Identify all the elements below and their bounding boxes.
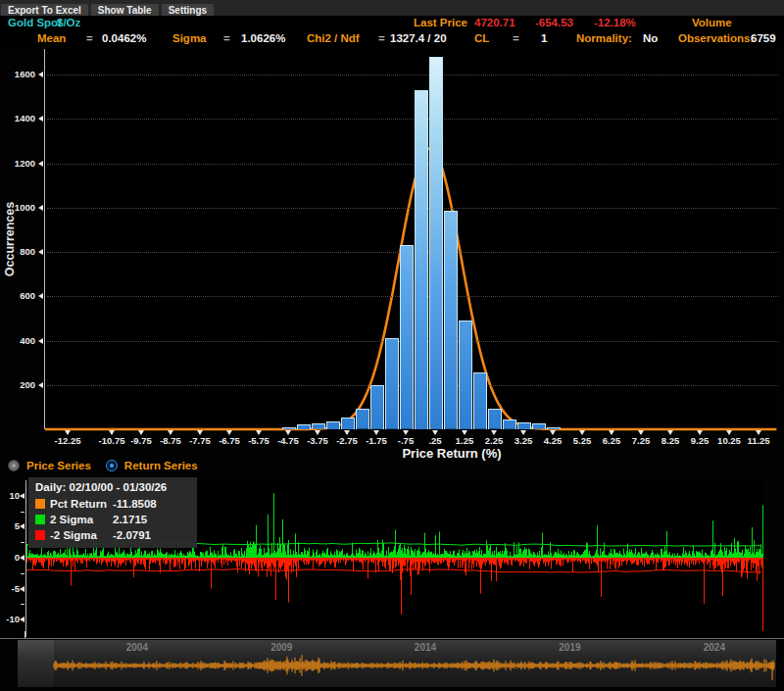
legend-value: 2.1715	[113, 514, 147, 525]
legend-swatch	[35, 530, 45, 540]
return-y-tick-label: -5	[2, 583, 20, 594]
y-tick-mark	[38, 382, 43, 388]
y-tick-label: 200	[2, 379, 35, 390]
header-row: Gold Spot $/Oz Last Price 4720.71 -654.5…	[0, 16, 784, 31]
x-axis-title: Price Return (%)	[385, 446, 518, 461]
return-y-tick-mark	[20, 586, 24, 592]
return-y-minor-tick	[21, 573, 24, 574]
y-tick-mark	[38, 338, 43, 344]
histogram-bar	[459, 321, 472, 429]
legend-swatch	[35, 515, 45, 524]
y-tick-mark	[38, 161, 43, 167]
y-tick-label: 400	[2, 335, 35, 346]
stat-equals: =	[86, 32, 93, 44]
y-tick-label: 1400	[2, 113, 35, 123]
histogram-bar	[385, 338, 399, 429]
return-y-minor-tick	[21, 512, 24, 513]
return-y-tick-mark	[20, 617, 24, 622]
histogram-bar	[326, 421, 340, 429]
histogram-plot	[44, 49, 778, 429]
histogram-bar	[532, 423, 546, 429]
chart-legend: Daily: 02/10/00 - 01/30/26 Pct Return-11…	[28, 477, 197, 548]
histogram-bar	[503, 420, 516, 429]
legend-label: Pct Return	[50, 498, 113, 510]
legend-label: 2 Sigma	[50, 514, 113, 525]
stat-equals: =	[223, 32, 230, 44]
return-y-tick-label: 0	[2, 552, 20, 563]
y-tick-label: 1600	[2, 69, 35, 79]
stat-value: 1	[541, 32, 547, 44]
legend-value: -2.0791	[113, 529, 151, 541]
return-y-tick-mark	[20, 555, 24, 561]
stat-label: CL	[474, 32, 489, 44]
histogram-bar	[282, 427, 296, 429]
return-y-tick-label: -10	[2, 614, 20, 624]
gridline	[47, 208, 778, 209]
return-series-tab-label[interactable]: Return Series	[124, 460, 198, 471]
y-tick-mark	[38, 72, 43, 77]
histogram-bar	[517, 422, 531, 429]
legend-swatch	[35, 499, 45, 509]
price-change-pct: -12.18%	[594, 17, 636, 28]
security-name: Gold Spot	[8, 17, 62, 28]
histogram-bar	[444, 211, 458, 429]
stat-value: No	[643, 32, 658, 44]
gridline	[47, 74, 778, 75]
panel-divider	[0, 638, 784, 639]
lower-sigma-line	[26, 569, 761, 573]
navigator-year-label: 2009	[270, 642, 292, 653]
histogram-bar	[547, 427, 561, 429]
histogram-bar	[415, 90, 428, 429]
stat-value: 1327.4 / 20	[390, 32, 447, 44]
legend-row: -2 Sigma-2.0791	[35, 527, 191, 543]
x-tick-label: -12.25	[46, 435, 89, 446]
y-tick-mark	[38, 249, 43, 255]
histogram-bar	[429, 57, 443, 429]
stats-row: Mean=0.0462%Sigma=1.0626%Chi2 / Ndf=1327…	[0, 31, 784, 47]
legend-label: -2 Sigma	[50, 529, 113, 541]
y-tick-mark	[38, 116, 43, 122]
legend-row: Pct Return-11.8508	[35, 496, 191, 512]
timeline-navigator[interactable]: 20042009201420192024	[18, 640, 776, 687]
return-y-tick-mark	[20, 523, 24, 529]
return-series-radio[interactable]	[106, 460, 118, 471]
y-tick-label: 1200	[2, 158, 35, 169]
return-y-tick-mark	[20, 493, 24, 499]
gridline	[47, 164, 778, 165]
stat-label: Chi2 / Ndf	[307, 32, 360, 44]
stat-equals: =	[378, 32, 385, 44]
navigator-year-label: 2004	[126, 642, 148, 653]
price-series-tab-label[interactable]: Price Series	[26, 460, 91, 471]
y-tick-label: 1000	[2, 202, 35, 213]
navigator-year-label: 2024	[704, 642, 725, 653]
histogram-bar	[312, 423, 325, 429]
y-tick-mark	[38, 205, 43, 211]
price-change: -654.53	[535, 17, 573, 28]
stat-label: Observations:	[678, 32, 754, 44]
bloomberg-return-histogram-screen: Export To ExcelShow TableSettings Gold S…	[0, 0, 784, 691]
axis-end-tick	[24, 631, 25, 638]
y-tick-mark	[38, 293, 43, 299]
histogram-bar	[473, 372, 487, 429]
stat-value: 1.0626%	[241, 32, 285, 44]
histogram-bar	[297, 424, 311, 429]
navigator-year-label: 2014	[415, 642, 436, 653]
stat-equals: =	[513, 32, 519, 44]
return-y-tick-label: 5	[2, 520, 20, 531]
stat-label: Sigma	[172, 32, 207, 44]
series-selector: Price Series Return Series	[8, 459, 206, 472]
legend-row: 2 Sigma2.1715	[35, 512, 191, 527]
navigator-year-label: 2019	[559, 642, 580, 653]
histogram-bar	[356, 409, 369, 429]
y-tick-label: 800	[2, 246, 35, 257]
last-price-label: Last Price	[414, 17, 467, 28]
stat-value: 6759	[751, 32, 776, 44]
return-y-minor-tick	[21, 604, 24, 605]
price-series-radio[interactable]	[8, 460, 20, 471]
y-tick-label: 600	[2, 290, 35, 301]
navigator-return-waveform	[54, 655, 774, 680]
legend-value: -11.8508	[113, 498, 157, 510]
histogram-bar	[400, 245, 414, 429]
y-axis-title: Occurrences	[3, 202, 17, 276]
return-y-tick-label: 10	[2, 490, 20, 501]
